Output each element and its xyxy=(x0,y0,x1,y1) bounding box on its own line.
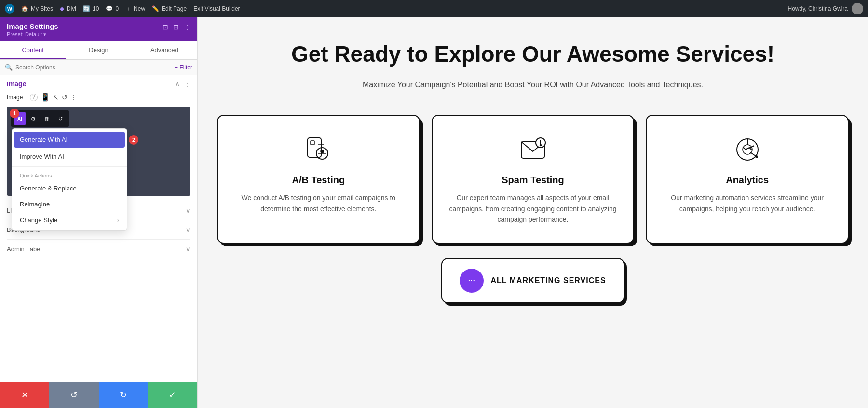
admin-label-section: Admin Label ∨ xyxy=(7,239,190,258)
history-icon[interactable]: ↺ xyxy=(62,94,68,101)
expand-icon[interactable]: ⊡ xyxy=(163,23,168,31)
ab-testing-icon xyxy=(304,135,333,166)
save-button[interactable]: ✓ xyxy=(148,382,197,408)
panel-bottom: ✕ ↺ ↻ ✓ xyxy=(0,382,197,408)
panel-header-left: Image Settings Preset: Default ▾ xyxy=(7,22,58,38)
section-more-icon[interactable]: ⋮ xyxy=(184,80,190,88)
wp-logo-btn[interactable]: W xyxy=(5,4,14,14)
trash-icon: 🗑 xyxy=(44,116,50,122)
svg-point-11 xyxy=(321,150,324,153)
settings-button[interactable]: ⚙ xyxy=(27,112,40,125)
page-subtext: Maximize Your Campaign's Potential and B… xyxy=(359,79,706,91)
spam-testing-title: Spam Testing xyxy=(502,175,564,186)
search-bar: 🔍 + Filter xyxy=(0,60,197,75)
generate-replace-option[interactable]: Generate & Replace xyxy=(12,180,127,196)
all-services-button[interactable]: ··· All Marketing Services xyxy=(441,258,624,303)
cards-row: A/B Testing We conduct A/B testing on yo… xyxy=(217,115,849,243)
wp-logo-icon: W xyxy=(5,4,14,14)
avatar[interactable] xyxy=(852,3,863,14)
image-section-title: Image xyxy=(7,80,26,88)
change-style-option[interactable]: Change Style › xyxy=(12,212,127,228)
all-services-label: All Marketing Services xyxy=(490,276,606,285)
settings-icon: ⚙ xyxy=(31,116,36,122)
columns-icon[interactable]: ⊞ xyxy=(173,23,179,31)
right-content: Get Ready to Explore Our Awesome Service… xyxy=(198,17,868,408)
ai-toolbar: AI 1 ⚙ 🗑 ↺ xyxy=(11,110,69,127)
tab-advanced[interactable]: Advanced xyxy=(132,41,197,59)
edit-icon: ✏️ xyxy=(152,5,159,12)
spam-testing-card: Spam Testing Our expert team manages all… xyxy=(432,115,635,243)
delete-button[interactable]: 🗑 xyxy=(41,112,53,125)
new-btn[interactable]: ＋ New xyxy=(125,5,145,13)
quick-actions-label: Quick Actions xyxy=(12,169,127,180)
image-field-label: Image xyxy=(7,94,26,101)
svg-point-23 xyxy=(756,156,758,158)
section-controls: ∧ ⋮ xyxy=(175,80,190,88)
step-badge-1: 1 xyxy=(10,109,19,118)
updates-btn[interactable]: 🔄 10 xyxy=(83,5,99,12)
undo-button[interactable]: ↺ xyxy=(54,112,67,125)
spam-testing-desc: Our expert team manages all aspects of y… xyxy=(446,192,620,225)
submenu-arrow-icon: › xyxy=(117,217,119,224)
collapse-icon[interactable]: ∧ xyxy=(175,80,180,88)
image-field-row: Image ? 📱 ↖ ↺ ⋮ xyxy=(7,93,190,102)
undo-icon: ↺ xyxy=(58,116,63,122)
link-chevron-icon: ∨ xyxy=(186,207,190,214)
home-icon: 🏠 xyxy=(21,5,28,12)
image-section-header: Image ∧ ⋮ xyxy=(7,80,190,88)
svg-point-17 xyxy=(540,145,541,146)
undo-history-button[interactable]: ↺ xyxy=(49,382,98,408)
nav-right: Howdy, Christina Gwira xyxy=(788,3,863,14)
filter-button[interactable]: + Filter xyxy=(175,64,192,71)
my-sites-btn[interactable]: 🏠 My Sites xyxy=(21,5,53,12)
dropdown-divider xyxy=(12,166,127,167)
comments-btn[interactable]: 💬 0 xyxy=(106,5,119,12)
analytics-title: Analytics xyxy=(726,175,769,186)
cancel-button[interactable]: ✕ xyxy=(0,382,49,408)
svg-rect-9 xyxy=(311,141,314,145)
image-preview: AI 1 ⚙ 🗑 ↺ xyxy=(7,107,190,196)
ai-dropdown: Generate With AI 2 Improve With AI Quick… xyxy=(12,128,127,231)
analytics-icon xyxy=(733,135,762,166)
ab-testing-title: A/B Testing xyxy=(292,175,345,186)
admin-label-section-header[interactable]: Admin Label ∨ xyxy=(7,245,190,253)
plus-icon: ＋ xyxy=(125,5,131,13)
main-layout: Image Settings Preset: Default ▾ ⊡ ⊞ ⋮ C… xyxy=(0,17,868,408)
user-greeting: Howdy, Christina Gwira xyxy=(788,5,848,12)
background-chevron-icon: ∨ xyxy=(186,226,190,233)
search-icon: 🔍 xyxy=(5,64,13,71)
field-more-icon[interactable]: ⋮ xyxy=(70,94,77,101)
redo-history-button[interactable]: ↻ xyxy=(99,382,148,408)
dots-icon: ··· xyxy=(468,277,475,285)
analytics-card: Analytics Our marketing automation servi… xyxy=(646,115,849,243)
exit-builder-btn[interactable]: Exit Visual Builder xyxy=(193,5,240,12)
more-icon[interactable]: ⋮ xyxy=(184,23,190,31)
divi-icon: ◆ xyxy=(60,5,64,12)
tab-design[interactable]: Design xyxy=(66,41,131,59)
edit-page-btn[interactable]: ✏️ Edit Page xyxy=(152,5,187,12)
spam-testing-icon xyxy=(518,135,547,166)
improve-with-ai-option[interactable]: Improve With AI xyxy=(12,149,127,164)
tab-content[interactable]: Content xyxy=(0,41,66,59)
page-headline: Get Ready to Explore Our Awesome Service… xyxy=(217,41,849,67)
panel-title: Image Settings xyxy=(7,22,58,30)
admin-label-title: Admin Label xyxy=(7,245,41,253)
panel-body: Image ∧ ⋮ Image ? 📱 ↖ ↺ ⋮ xyxy=(0,75,197,382)
divi-btn[interactable]: ◆ Divi xyxy=(60,5,76,12)
panel-tabs: Content Design Advanced xyxy=(0,41,197,60)
step-badge-2: 2 xyxy=(129,135,138,145)
admin-label-chevron-icon: ∨ xyxy=(186,245,190,253)
preset-selector[interactable]: Preset: Default ▾ xyxy=(7,31,58,38)
generate-with-ai-option[interactable]: Generate With AI 2 xyxy=(14,132,125,148)
help-icon[interactable]: ? xyxy=(30,94,38,101)
phone-preview-icon[interactable]: 📱 xyxy=(41,93,50,102)
cursor-icon[interactable]: ↖ xyxy=(53,94,59,101)
ab-testing-card: A/B Testing We conduct A/B testing on yo… xyxy=(217,115,420,243)
panel-header: Image Settings Preset: Default ▾ ⊡ ⊞ ⋮ xyxy=(0,17,197,41)
svg-line-22 xyxy=(750,152,756,156)
reimagine-option[interactable]: Reimagine xyxy=(12,196,127,212)
panel-header-icons: ⊡ ⊞ ⋮ xyxy=(163,23,190,31)
comment-icon: 💬 xyxy=(106,5,113,12)
search-input[interactable] xyxy=(15,64,172,71)
ab-testing-desc: We conduct A/B testing on your email cam… xyxy=(231,192,406,214)
